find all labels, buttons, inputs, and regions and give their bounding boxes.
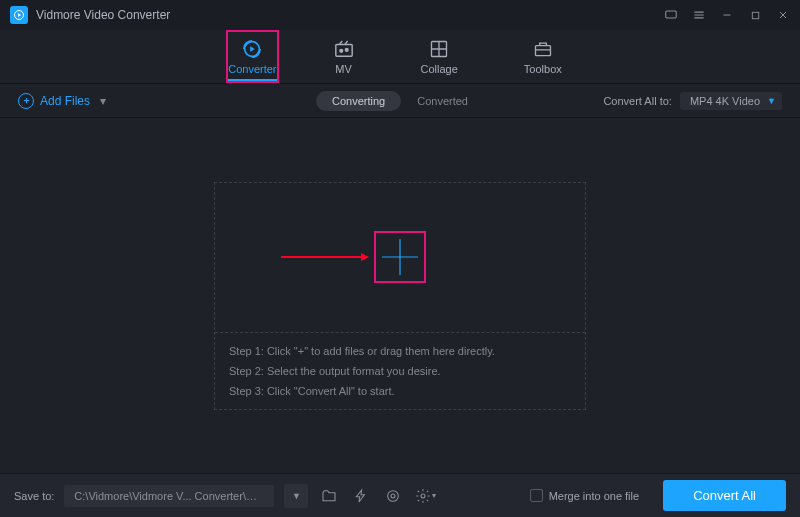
menu-icon[interactable] <box>692 8 706 22</box>
converter-icon <box>241 39 263 59</box>
open-folder-icon[interactable] <box>318 485 340 507</box>
tab-toolbox[interactable]: Toolbox <box>512 30 574 83</box>
step-1: Step 1: Click "+" to add files or drag t… <box>229 345 571 357</box>
collage-icon <box>429 39 449 59</box>
close-icon[interactable] <box>776 8 790 22</box>
app-title: Vidmore Video Converter <box>36 8 170 22</box>
sub-toolbar: Add Files ▾ Converting Converted Convert… <box>0 84 800 118</box>
svg-point-6 <box>345 48 348 51</box>
add-files-plus-button[interactable] <box>374 231 426 283</box>
add-files-label: Add Files <box>40 94 90 108</box>
maximize-icon[interactable] <box>748 8 762 22</box>
footer: Save to: C:\Vidmore\Vidmore V... Convert… <box>0 473 800 517</box>
convert-all-to-label: Convert All to: <box>603 95 671 107</box>
tab-toolbox-label: Toolbox <box>524 63 562 75</box>
checkbox-icon <box>530 489 543 502</box>
task-schedule-icon[interactable] <box>382 485 404 507</box>
chevron-down-icon: ▾ <box>100 94 106 108</box>
step-3: Step 3: Click "Convert All" to start. <box>229 385 571 397</box>
app-logo-icon <box>10 6 28 24</box>
main-area: Step 1: Click "+" to add files or drag t… <box>0 118 800 473</box>
svg-rect-2 <box>752 12 758 18</box>
tab-mv-label: MV <box>335 63 352 75</box>
svg-point-10 <box>388 490 399 501</box>
converted-tab[interactable]: Converted <box>401 91 484 111</box>
plus-circle-icon <box>18 93 34 109</box>
toolbox-icon <box>533 39 553 59</box>
save-path-field[interactable]: C:\Vidmore\Vidmore V... Converter\Conver… <box>64 485 274 507</box>
feedback-icon[interactable] <box>664 8 678 22</box>
save-to-label: Save to: <box>14 490 54 502</box>
step-2: Step 2: Select the output format you des… <box>229 365 571 377</box>
convert-all-button[interactable]: Convert All <box>663 480 786 511</box>
minimize-icon[interactable] <box>720 8 734 22</box>
output-format-value: MP4 4K Video <box>690 95 760 107</box>
chevron-down-icon: ▼ <box>767 96 776 106</box>
tab-collage[interactable]: Collage <box>409 30 470 83</box>
converting-tab[interactable]: Converting <box>316 91 401 111</box>
main-tabs: Converter MV Collage Toolbox <box>0 30 800 84</box>
titlebar: Vidmore Video Converter <box>0 0 800 30</box>
steps-panel: Step 1: Click "+" to add files or drag t… <box>215 333 585 409</box>
tab-collage-label: Collage <box>421 63 458 75</box>
svg-point-9 <box>391 494 395 498</box>
dropzone[interactable]: Step 1: Click "+" to add files or drag t… <box>214 182 586 410</box>
save-path-dropdown[interactable]: ▼ <box>284 484 308 508</box>
svg-point-11 <box>421 494 425 498</box>
merge-checkbox[interactable]: Merge into one file <box>530 489 640 502</box>
dropzone-top <box>215 183 585 333</box>
svg-rect-8 <box>535 45 550 55</box>
add-files-button[interactable]: Add Files ▾ <box>18 93 106 109</box>
settings-gear-icon[interactable]: ▾ <box>414 485 436 507</box>
merge-label: Merge into one file <box>549 490 640 502</box>
output-format-dropdown[interactable]: MP4 4K Video ▼ <box>680 92 782 110</box>
tab-converter-label: Converter <box>228 63 276 75</box>
svg-rect-4 <box>335 44 351 56</box>
mv-icon <box>333 39 355 59</box>
annotation-arrow <box>281 253 369 261</box>
tab-mv[interactable]: MV <box>321 30 367 83</box>
tab-converter[interactable]: Converter <box>226 30 278 83</box>
svg-rect-1 <box>666 11 677 18</box>
svg-point-5 <box>339 49 342 52</box>
hardware-accel-icon[interactable] <box>350 485 372 507</box>
